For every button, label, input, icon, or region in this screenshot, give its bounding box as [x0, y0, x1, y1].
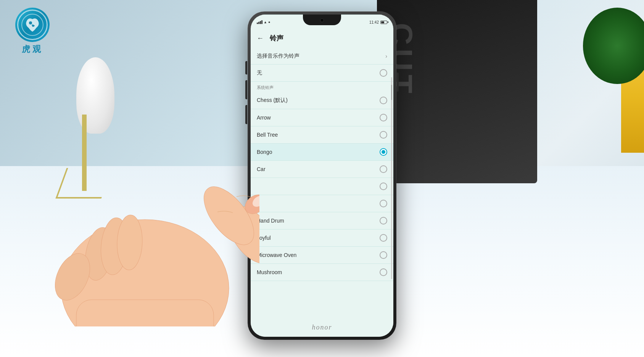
ringtone-unknown1[interactable] [251, 178, 393, 195]
ringtone-unknown2[interactable] [251, 195, 393, 212]
ringtone-chess-radio[interactable] [380, 97, 387, 104]
app-header: ← 铃声 [251, 28, 393, 48]
ringtone-mushroom-label: Mushroom [257, 269, 282, 275]
none-item[interactable]: 无 [251, 65, 393, 82]
front-camera [320, 18, 324, 22]
ringtone-arrow-radio[interactable] [380, 114, 387, 121]
logo: 虎观 [8, 8, 57, 57]
select-music-arrow: › [385, 53, 387, 59]
ringtone-bell-tree-label: Bell Tree [257, 132, 278, 138]
ringtone-bell-tree[interactable]: Bell Tree [251, 126, 393, 144]
scroll-indicator [391, 77, 392, 279]
phone-screen: ▲ ● 11:42 ← 铃声 选择音乐作为铃 [251, 15, 393, 337]
ringtone-chess-label: Chess (默认) [257, 97, 288, 104]
dark-box-decoration: CUT [377, 0, 537, 183]
phone-brand: honor [312, 323, 332, 331]
ringtone-unknown2-radio[interactable] [380, 200, 387, 207]
ringtone-hand-drum[interactable]: Hand Drum [251, 212, 393, 229]
signal-bar-2 [258, 22, 259, 24]
ringtone-bell-tree-radio[interactable] [380, 131, 387, 139]
signal-bar-4 [261, 20, 262, 24]
ringtone-joyful-radio[interactable] [380, 234, 387, 242]
ringtone-microwave-oven-radio[interactable] [380, 251, 387, 259]
ringtone-car-radio[interactable] [380, 165, 387, 173]
green-plant-decoration [568, 0, 644, 134]
none-radio[interactable] [380, 69, 387, 77]
content-area: 选择音乐作为铃声 › 无 系统铃声 Chess (默认) Arrow [251, 48, 393, 337]
logo-brand-text: 虎观 [22, 44, 43, 55]
ringtone-microwave-oven[interactable]: Microwave Oven [251, 247, 393, 264]
ringtone-hand-drum-label: Hand Drum [257, 218, 284, 224]
sim-tray [245, 61, 247, 74]
battery-icon [380, 21, 387, 24]
signal-bar-1 [257, 23, 258, 24]
volume-up-button[interactable] [245, 80, 247, 99]
battery-fill [381, 21, 384, 23]
network-type: ● [268, 20, 270, 24]
status-left: ▲ ● [257, 20, 270, 24]
ringtone-microwave-oven-label: Microwave Oven [257, 252, 296, 258]
ringtone-bongo[interactable]: Bongo [251, 144, 393, 161]
ringtone-hand-drum-radio[interactable] [380, 217, 387, 225]
select-music-item[interactable]: 选择音乐作为铃声 › [251, 48, 393, 65]
svg-point-1 [29, 21, 32, 24]
logo-icon [15, 8, 50, 42]
ringtone-mushroom[interactable]: Mushroom [251, 264, 393, 281]
page-title: 铃声 [270, 34, 283, 43]
ringtone-unknown1-radio[interactable] [380, 183, 387, 190]
wifi-icon: ▲ [264, 20, 267, 24]
ringtone-bongo-radio[interactable] [380, 148, 387, 156]
status-right: 11:42 [369, 20, 387, 24]
ringtone-mushroom-radio[interactable] [380, 268, 387, 276]
svg-point-0 [22, 14, 43, 36]
hand-overlay [31, 116, 259, 326]
none-label: 无 [257, 69, 262, 76]
signal-icon [257, 20, 262, 24]
power-button[interactable] [397, 73, 399, 92]
ringtone-joyful[interactable]: Joyful [251, 229, 393, 247]
ringtone-car[interactable]: Car [251, 161, 393, 178]
signal-bar-3 [260, 21, 261, 24]
scroll-thumb [391, 85, 392, 100]
ringtone-chess[interactable]: Chess (默认) [251, 92, 393, 109]
ringtone-arrow[interactable]: Arrow [251, 109, 393, 126]
select-music-label: 选择音乐作为铃声 [257, 53, 299, 60]
svg-rect-3 [76, 300, 214, 326]
phone-container: ▲ ● 11:42 ← 铃声 选择音乐作为铃 [248, 11, 396, 340]
phone-body: ▲ ● 11:42 ← 铃声 选择音乐作为铃 [248, 11, 396, 340]
notch [303, 15, 341, 25]
section-label: 系统铃声 [251, 82, 393, 92]
back-button[interactable]: ← [257, 34, 264, 42]
time-display: 11:42 [369, 20, 379, 24]
